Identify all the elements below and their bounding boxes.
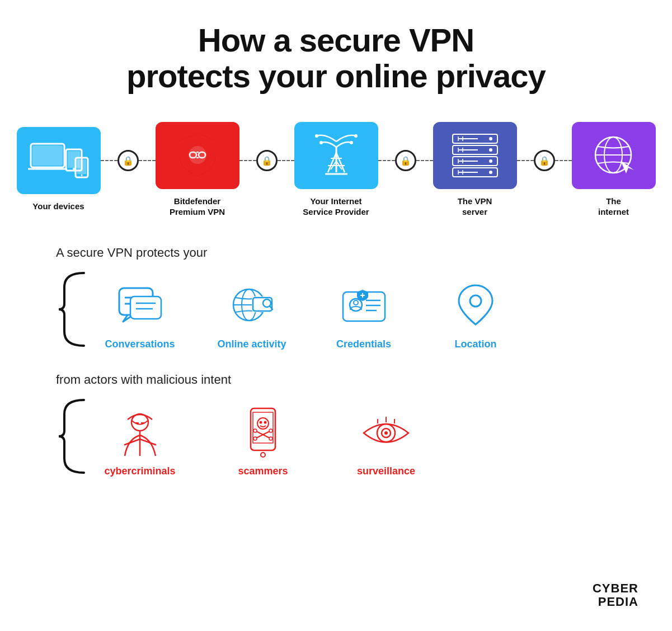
- protection-item-online-activity: Online activity: [213, 281, 291, 350]
- svg-point-37: [489, 159, 492, 163]
- conversations-label: Conversations: [105, 338, 175, 350]
- svg-point-82: [253, 429, 257, 432]
- svg-point-9: [189, 146, 206, 164]
- open-brace-icon: [56, 270, 90, 349]
- credentials-label: Credentials: [336, 338, 391, 350]
- svg-point-42: [489, 171, 492, 174]
- protection-item-credentials: Credentials: [325, 281, 403, 350]
- svg-point-5: [73, 168, 75, 170]
- scammers-label: scammers: [238, 465, 288, 477]
- svg-point-85: [269, 437, 272, 440]
- credentials-icon: [339, 281, 389, 332]
- location-label: Location: [455, 338, 497, 350]
- threats-brace-row: cybercriminals: [56, 397, 638, 477]
- vpn-server-icon-box: [433, 122, 517, 189]
- svg-point-83: [269, 429, 272, 432]
- svg-rect-76: [253, 412, 273, 443]
- location-icon: [450, 281, 501, 332]
- svg-point-64: [354, 300, 358, 305]
- svg-point-8: [81, 175, 82, 176]
- svg-point-89: [384, 431, 388, 435]
- svg-point-17: [315, 134, 318, 138]
- cybercriminals-icon: [115, 408, 165, 459]
- connector-2: 🔒: [239, 150, 294, 171]
- protection-items-list: Conversations: [101, 270, 515, 350]
- vpn-server-label: The VPNserver: [458, 196, 492, 218]
- cyberpedia-logo: CYBER PEDIA: [593, 582, 638, 609]
- svg-rect-52: [130, 296, 161, 319]
- isp-icon-box: [294, 122, 378, 189]
- flow-item-isp: Your InternetService Provider: [294, 122, 378, 218]
- svg-point-32: [489, 148, 492, 152]
- online-activity-label: Online activity: [217, 338, 286, 350]
- svg-point-79: [264, 421, 267, 423]
- threats-section: from actors with malicious intent: [34, 373, 638, 477]
- devices-icon-box: [17, 127, 101, 194]
- bitdefender-icon-box: [156, 122, 239, 189]
- flow-item-devices: Your devices: [17, 127, 101, 212]
- connector-4: 🔒: [517, 150, 572, 171]
- protection-item-conversations: Conversations: [101, 281, 179, 350]
- connector-1: 🔒: [101, 150, 156, 171]
- threat-item-cybercriminals: cybercriminals: [101, 408, 179, 477]
- svg-point-78: [260, 421, 262, 423]
- flow-item-internet: Theinternet: [572, 122, 656, 218]
- svg-point-15: [319, 141, 323, 144]
- connector-3: 🔒: [378, 150, 433, 171]
- internet-icon-box: [572, 122, 656, 189]
- internet-label: Theinternet: [598, 196, 629, 218]
- svg-rect-7: [77, 159, 86, 174]
- protects-section: A secure VPN protects your: [34, 246, 638, 350]
- protects-label: A secure VPN protects your: [56, 246, 638, 260]
- svg-point-16: [354, 134, 358, 138]
- svg-point-86: [261, 453, 265, 457]
- bitdefender-label: BitdefenderPremium VPN: [170, 196, 225, 218]
- svg-point-14: [350, 141, 353, 144]
- protects-brace-row: Conversations: [56, 270, 638, 350]
- svg-point-27: [489, 137, 492, 140]
- cybercriminals-label: cybercriminals: [104, 465, 175, 477]
- threat-brace-icon: [56, 397, 90, 475]
- scammers-icon: [238, 408, 288, 459]
- svg-point-70: [470, 295, 481, 307]
- online-activity-icon: [227, 281, 277, 332]
- threat-item-surveillance: surveillance: [347, 408, 425, 477]
- conversations-icon: [115, 281, 165, 332]
- isp-label: Your InternetService Provider: [303, 196, 369, 218]
- devices-label: Your devices: [32, 201, 84, 212]
- threat-items-list: cybercriminals: [101, 397, 425, 477]
- flow-item-vpn-server: The VPNserver: [433, 122, 517, 218]
- page-title: How a secure VPN protects your online pr…: [34, 22, 638, 94]
- flow-diagram: Your devices 🔒: [34, 122, 638, 218]
- svg-rect-1: [32, 145, 63, 166]
- protection-item-location: Location: [436, 281, 515, 350]
- surveillance-label: surveillance: [357, 465, 415, 477]
- threats-label: from actors with malicious intent: [56, 373, 638, 387]
- surveillance-icon: [361, 408, 411, 459]
- threat-item-scammers: scammers: [224, 408, 302, 477]
- svg-point-84: [253, 437, 257, 440]
- flow-item-bitdefender: BitdefenderPremium VPN: [156, 122, 239, 218]
